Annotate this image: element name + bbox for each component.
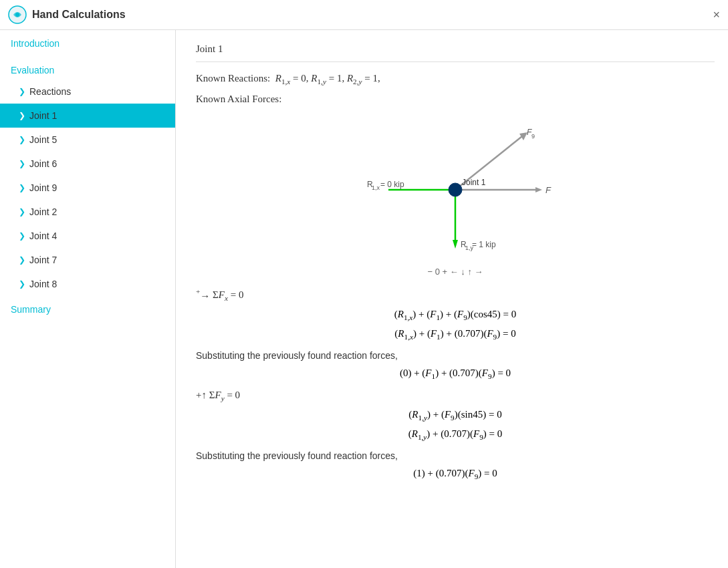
- sidebar-item-joint1[interactable]: ❯ Joint 1: [0, 104, 175, 128]
- eq-fx-1: (R1,x) + (F1) + (F9)(cos45) = 0: [196, 309, 715, 321]
- chevron-joint5-icon: ❯: [19, 135, 25, 144]
- eq-fx-3: (0) + (F1) + (0.707)(F9) = 0: [196, 368, 715, 380]
- svg-text:1,x: 1,x: [372, 184, 380, 191]
- joint1-label: Joint 1: [29, 110, 57, 121]
- svg-text:Joint 1: Joint 1: [462, 178, 486, 187]
- subst-text-1: Substituting the previously found reacti…: [196, 350, 715, 361]
- chevron-joint7-icon: ❯: [19, 255, 25, 265]
- joint5-label: Joint 5: [29, 134, 57, 145]
- summary-label: Summary: [11, 304, 51, 315]
- app-title: Hand Calculations: [32, 9, 126, 21]
- sidebar-item-summary[interactable]: Summary: [0, 296, 175, 323]
- joint8-label: Joint 8: [29, 279, 57, 289]
- svg-marker-10: [453, 240, 458, 249]
- eq-fy-1: (R1,y) + (F9)(sin45) = 0: [196, 409, 715, 422]
- title-bar: Hand Calculations ×: [0, 0, 728, 30]
- known-axial-forces-line: Known Axial Forces:: [196, 94, 715, 105]
- sidebar-item-evaluation[interactable]: Evaluation: [0, 57, 175, 80]
- svg-text:= 0 kip: = 0 kip: [380, 180, 404, 189]
- chevron-joint9-icon: ❯: [19, 183, 25, 192]
- app-logo: [8, 5, 27, 24]
- chevron-joint2-icon: ❯: [19, 207, 25, 217]
- joint9-label: Joint 9: [29, 182, 57, 193]
- eq-fy-2: (R1,y) + (0.707)(F9) = 0: [196, 428, 715, 441]
- sidebar-item-joint6[interactable]: ❯ Joint 6: [0, 152, 175, 176]
- joint2-label: Joint 2: [29, 206, 57, 217]
- eq-fx-2: (R1,x) + (F1) + (0.707)(F9) = 0: [196, 328, 715, 341]
- introduction-label: Introduction: [11, 38, 59, 49]
- close-button[interactable]: ×: [713, 8, 720, 22]
- reactions-label: Reactions: [29, 86, 71, 97]
- sidebar-item-joint4[interactable]: ❯ Joint 4: [0, 224, 175, 248]
- sidebar-item-joint9[interactable]: ❯ Joint 9: [0, 176, 175, 200]
- known-reactions-formula: R1,x = 0, R1,y = 1, R2,y = 1,: [273, 73, 380, 84]
- sum-fx-label: +→ ΣFx = 0: [196, 287, 715, 302]
- known-reactions-line: Known Reactions: R1,x = 0, R1,y = 1, R2,…: [196, 73, 715, 86]
- sum-fy-label: +↑ ΣFy = 0: [196, 390, 715, 402]
- chevron-joint4-icon: ❯: [19, 231, 25, 241]
- section-title: Joint 1: [196, 43, 715, 62]
- chevron-joint1-icon: ❯: [19, 111, 25, 120]
- svg-point-18: [449, 183, 462, 196]
- joint7-label: Joint 7: [29, 255, 57, 265]
- sidebar-item-joint7[interactable]: ❯ Joint 7: [0, 248, 175, 272]
- svg-text:9: 9: [531, 133, 535, 140]
- diagram-controls[interactable]: − 0 + ← ↓ ↑ →: [196, 267, 715, 277]
- main-content: Joint 1 Known Reactions: R1,x = 0, R1,y …: [176, 30, 728, 568]
- sidebar-item-joint8[interactable]: ❯ Joint 8: [0, 272, 175, 296]
- diagram-svg: R 1,x = 0 kip F R 1,y = 1 kip F 9: [322, 116, 589, 257]
- known-axial-label: Known Axial Forces:: [196, 94, 281, 104]
- svg-marker-7: [535, 187, 542, 192]
- joint6-label: Joint 6: [29, 158, 57, 169]
- sidebar-item-joint2[interactable]: ❯ Joint 2: [0, 200, 175, 224]
- joint4-label: Joint 4: [29, 231, 57, 241]
- evaluation-label: Evaluation: [11, 65, 54, 76]
- sidebar: Introduction Evaluation ❯ Reactions ❯ Jo…: [0, 30, 176, 568]
- sidebar-item-introduction[interactable]: Introduction: [0, 30, 175, 57]
- chevron-joint6-icon: ❯: [19, 159, 25, 168]
- eq-fy-3: (1) + (0.707)(F9) = 0: [196, 468, 715, 480]
- svg-point-1: [15, 13, 19, 17]
- known-reactions-label: Known Reactions:: [196, 73, 270, 84]
- subst-text-2: Substituting the previously found reacti…: [196, 450, 715, 461]
- joint-diagram[interactable]: R 1,x = 0 kip F R 1,y = 1 kip F 9: [196, 113, 715, 260]
- chevron-reactions-icon: ❯: [19, 87, 25, 96]
- svg-text:F: F: [545, 185, 552, 195]
- sidebar-item-reactions[interactable]: ❯ Reactions: [0, 80, 175, 104]
- chevron-joint8-icon: ❯: [19, 279, 25, 289]
- svg-text:= 1 kip: = 1 kip: [472, 240, 496, 249]
- sidebar-item-joint5[interactable]: ❯ Joint 5: [0, 128, 175, 152]
